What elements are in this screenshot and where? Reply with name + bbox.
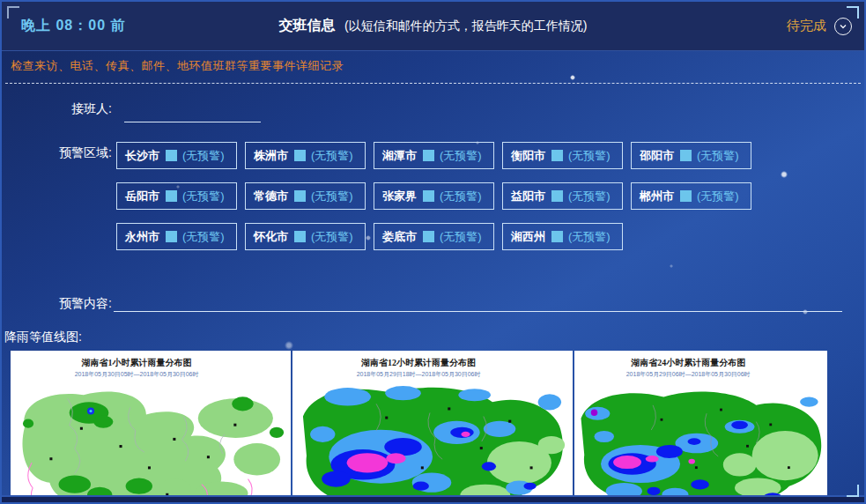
checkbox-icon[interactable] [423,231,434,242]
checkbox-icon[interactable] [551,150,563,161]
warning-city-item[interactable]: 岳阳市(无预警) [116,182,237,210]
warning-content-input[interactable] [114,293,842,312]
no-warning-label: (无预警) [311,189,353,204]
warning-city-item[interactable]: 张家界(无预警) [374,182,494,210]
city-name: 株洲市 [254,148,288,164]
status-collapse-control[interactable]: 待完成 [787,18,852,35]
city-name: 郴州市 [640,189,674,204]
corner-bracket [847,6,859,19]
rainfall-map-12h: 湖南省12小时累计雨量分布图 2018年05月29日18时—2018年05月30… [292,351,573,500]
city-name: 湘西州 [511,229,545,245]
checkbox-icon[interactable] [423,190,434,202]
warning-city-item[interactable]: 湘潭市(无预警) [374,142,494,169]
dashed-divider [5,83,861,84]
warning-city-item[interactable]: 长沙市(无预警) [116,142,237,169]
rainfall-map-image [574,381,827,500]
city-name: 长沙市 [125,148,159,164]
city-name: 湘潭市 [382,148,417,164]
warning-city-item[interactable]: 衡阳市(无预警) [502,142,623,169]
warning-city-item[interactable]: 湘西州(无预警) [502,223,623,250]
checkbox-icon[interactable] [680,150,692,161]
no-warning-label: (无预警) [182,189,225,204]
checkbox-icon[interactable] [294,150,306,161]
no-warning-label: (无预警) [311,229,353,245]
warning-content-label: 预警内容: [2,293,112,312]
no-warning-label: (无预警) [440,148,482,164]
city-name: 邵阳市 [640,148,674,164]
rainfall-map-24h: 湖南省24小时累计雨量分布图 2018年05月29日06时—2018年05月30… [574,351,827,500]
no-warning-label: (无预警) [697,189,739,204]
checkbox-icon[interactable] [166,231,177,242]
no-warning-label: (无预警) [697,148,739,164]
bottom-bar [2,495,864,502]
city-name: 岳阳市 [125,189,159,204]
map-title: 湖南省24小时累计雨量分布图 [604,357,771,369]
warning-city-item[interactable]: 常德市(无预警) [245,182,366,210]
no-warning-label: (无预警) [440,189,482,204]
receiver-label: 接班人: [2,98,112,117]
city-name: 衡阳市 [511,148,545,164]
receiver-input[interactable] [124,103,261,122]
warning-city-item[interactable]: 株洲市(无预警) [245,142,366,169]
no-warning-label: (无预警) [311,148,353,164]
map-date-range: 2018年05月29日18时—2018年05月30日06时 [326,370,511,379]
rainfall-map-image [292,381,573,500]
warning-content-row: 预警内容: [2,293,864,312]
corner-bracket [847,485,859,497]
no-warning-label: (无预警) [568,148,611,164]
rainfall-maps-label: 降雨等值线图: [2,330,864,345]
city-name: 常德市 [254,189,288,204]
status-badge: 待完成 [787,18,826,34]
checkbox-icon[interactable] [294,231,306,242]
city-name: 张家界 [382,189,417,204]
page-subtitle: (以短信和邮件的方式，报告昨天的工作情况) [344,19,587,33]
no-warning-label: (无预警) [568,189,611,204]
checkbox-icon[interactable] [680,190,692,202]
corner-bracket [7,6,19,19]
warning-city-item[interactable]: 永州市(无预警) [116,223,237,250]
checkbox-icon[interactable] [551,190,563,202]
map-title: 湖南省1小时累计雨量分布图 [44,357,229,369]
city-name: 怀化市 [254,229,288,245]
checkbox-icon[interactable] [166,190,177,202]
warning-city-item[interactable]: 益阳市(无预警) [502,182,623,210]
warning-city-item[interactable]: 怀化市(无预警) [245,223,366,250]
rainfall-map-image [11,381,291,500]
rainfall-map-1h: 湖南省1小时累计雨量分布图 2018年05月30日05时—2018年05月30日… [11,351,291,500]
city-name: 益阳市 [511,189,545,204]
warning-city-item[interactable]: 邵阳市(无预警) [631,142,751,169]
checkbox-icon[interactable] [294,190,306,202]
no-warning-label: (无预警) [182,229,225,245]
header-title-group: 交班信息 (以短信和邮件的方式，报告昨天的工作情况) [2,17,864,35]
shift-handover-panel: 晚上 08：00 前 交班信息 (以短信和邮件的方式，报告昨天的工作情况) 待完… [0,0,866,504]
map-title: 湖南省12小时累计雨量分布图 [326,357,511,369]
rainfall-maps-row: 湖南省1小时累计雨量分布图 2018年05月30日05时—2018年05月30日… [11,351,864,500]
checkbox-icon[interactable] [166,150,177,161]
notice-text: 检查来访、电话、传真、邮件、地环值班群等重要事件详细记录 [2,51,864,79]
receiver-row: 接班人: [2,98,864,122]
checkbox-icon[interactable] [551,231,563,242]
header: 晚上 08：00 前 交班信息 (以短信和邮件的方式，报告昨天的工作情况) 待完… [2,2,864,51]
city-name: 永州市 [125,229,159,245]
city-name: 娄底市 [382,229,417,245]
warning-city-item[interactable]: 娄底市(无预警) [374,223,494,250]
warning-city-item[interactable]: 郴州市(无预警) [631,182,751,210]
map-date-range: 2018年05月30日05时—2018年05月30日06时 [44,370,229,379]
checkbox-icon[interactable] [423,150,434,161]
map-date-range: 2018年05月29日06时—2018年05月30日06时 [604,370,771,379]
warning-area-row: 预警区域: 长沙市(无预警)株洲市(无预警)湘潭市(无预警)衡阳市(无预警)邵阳… [2,142,864,250]
warning-area-label: 预警区域: [2,142,112,161]
no-warning-label: (无预警) [568,229,611,245]
no-warning-label: (无预警) [182,148,225,164]
warning-area-grid: 长沙市(无预警)株洲市(无预警)湘潭市(无预警)衡阳市(无预警)邵阳市(无预警)… [116,142,768,250]
no-warning-label: (无预警) [440,229,482,245]
page-title: 交班信息 [279,18,336,33]
chevron-down-icon[interactable] [834,18,852,35]
